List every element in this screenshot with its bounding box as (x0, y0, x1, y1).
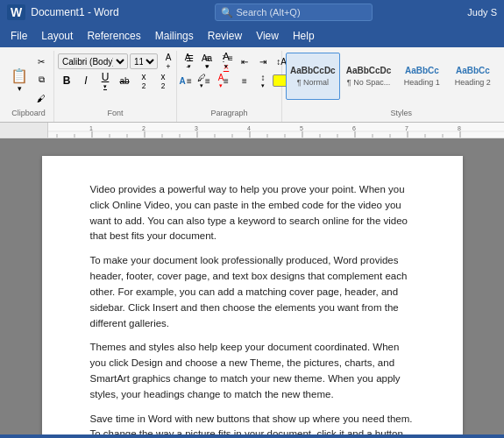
font-grow-button[interactable]: A+ (160, 53, 177, 70)
paragraph-1[interactable]: Video provides a powerful way to help yo… (90, 182, 415, 244)
search-icon: 🔍 (221, 7, 233, 18)
ruler-main[interactable]: 1 2 3 4 5 6 7 (48, 123, 504, 138)
format-painter-button[interactable]: 🖌 (32, 89, 50, 107)
justify-button[interactable]: ≡ (236, 72, 253, 89)
align-right-button[interactable]: ≡ (217, 72, 235, 89)
menu-review[interactable]: Review (201, 27, 249, 45)
ribbon: 📋 ▾ ✂ ⧉ 🖌 Clipboard Calibri (Body) (0, 47, 504, 123)
bullets-button[interactable]: ☰▾ (181, 53, 198, 70)
menu-mailings[interactable]: Mailings (148, 27, 201, 45)
paste-button[interactable]: 📋 ▾ (7, 63, 32, 96)
menu-layout[interactable]: Layout (34, 27, 80, 45)
svg-text:7: 7 (405, 125, 408, 131)
style-heading1[interactable]: AaBbCc Heading 1 (397, 53, 446, 100)
title-bar-title: Document1 - Word (31, 6, 118, 18)
strikethrough-button[interactable]: ab (116, 72, 133, 89)
subscript-button[interactable]: x2 (135, 72, 153, 89)
line-spacing-button[interactable]: ↕▾ (254, 72, 272, 89)
font-label: Font (107, 107, 123, 120)
italic-button[interactable]: I (77, 72, 95, 89)
search-placeholder: Search (Alt+Q) (237, 7, 301, 18)
font-group: Calibri (Body) 11 A+ A- Aa▾ A× B I U▾ ab… (54, 51, 177, 122)
clipboard-btns: 📋 ▾ ✂ ⧉ 🖌 (7, 53, 50, 107)
cut-button[interactable]: ✂ (32, 53, 50, 70)
user-label: Judy S (467, 7, 497, 18)
align-center-button[interactable]: ≡ (199, 72, 217, 89)
bold-button[interactable]: B (58, 72, 75, 89)
clipboard-group: 📋 ▾ ✂ ⧉ 🖌 Clipboard (4, 51, 54, 122)
menu-file[interactable]: File (4, 27, 34, 45)
increase-indent-button[interactable]: ⇥ (254, 53, 272, 70)
numbering-button[interactable]: ≡▾ (199, 53, 217, 70)
style-normal[interactable]: AaBbCcDc ¶ Normal (286, 53, 340, 100)
svg-text:4: 4 (247, 125, 251, 131)
styles-more-button[interactable]: ▾ (499, 53, 504, 100)
paragraph-group: ☰▾ ≡▾ ⋮≡▾ ⇤ ⇥ ↕A ¶ ≡ ≡ ≡ ≡ ↕▾ ⊞▾ (177, 51, 282, 122)
clipboard-col: ✂ ⧉ 🖌 (32, 53, 50, 107)
word-app-icon: W (7, 4, 25, 20)
style-normal-label: ¶ Normal (297, 78, 329, 87)
clipboard-label: Clipboard (11, 107, 46, 120)
menu-bar: File Layout References Mailings Review V… (0, 25, 504, 47)
ribbon-top: 📋 ▾ ✂ ⧉ 🖌 Clipboard Calibri (Body) (0, 47, 504, 122)
svg-text:5: 5 (300, 125, 303, 131)
document-page[interactable]: Video provides a powerful way to help yo… (42, 156, 463, 434)
svg-rect-0 (48, 123, 504, 138)
style-no-space[interactable]: AaBbCcDc ¶ No Spac... (342, 53, 396, 100)
paragraph-4[interactable]: Save time in Word with new buttons that … (90, 412, 415, 434)
document-area[interactable]: Video provides a powerful way to help yo… (0, 138, 504, 434)
styles-label: Styles (390, 107, 412, 120)
svg-text:2: 2 (142, 125, 146, 131)
style-heading2[interactable]: AaBbCc Heading 2 (448, 53, 497, 100)
svg-text:3: 3 (195, 125, 198, 131)
ruler: 1 2 3 4 5 6 7 (0, 123, 504, 138)
svg-text:8: 8 (458, 125, 461, 131)
style-h1-label: Heading 1 (404, 78, 440, 87)
paragraph-3[interactable]: Themes and styles also help keep your do… (90, 340, 415, 402)
svg-text:1: 1 (89, 125, 93, 131)
menu-help[interactable]: Help (286, 27, 322, 45)
style-nospace-label: ¶ No Spac... (347, 78, 390, 87)
copy-button[interactable]: ⧉ (32, 71, 50, 88)
svg-text:6: 6 (352, 125, 356, 131)
ruler-margin-left (0, 123, 48, 138)
style-h2-label: Heading 2 (455, 78, 491, 87)
align-left-button[interactable]: ≡ (181, 72, 198, 89)
multilevel-button[interactable]: ⋮≡▾ (217, 53, 235, 70)
underline-button[interactable]: U▾ (96, 72, 114, 89)
font-size-select[interactable]: 11 (130, 53, 158, 69)
menu-references[interactable]: References (80, 27, 147, 45)
search-box[interactable]: 🔍 Search (Alt+Q) (215, 4, 373, 21)
title-bar: W Document1 - Word 🔍 Search (Alt+Q) Judy… (0, 0, 504, 25)
status-bar: Page 1 of 1 279 words English (United St… (0, 434, 504, 438)
font-family-select[interactable]: Calibri (Body) (58, 53, 128, 69)
title-bar-left: W Document1 - Word (7, 4, 119, 20)
style-normal-preview: AaBbCcDc (290, 66, 336, 76)
paragraph-2[interactable]: To make your document look professionall… (90, 253, 415, 331)
style-h1-preview: AaBbCc (405, 66, 439, 76)
menu-view[interactable]: View (249, 27, 286, 45)
styles-group: AaBbCcDc ¶ Normal AaBbCcDc ¶ No Spac... … (282, 51, 504, 122)
superscript-button[interactable]: x2 (154, 72, 172, 89)
decrease-indent-button[interactable]: ⇤ (236, 53, 253, 70)
style-nospace-preview: AaBbCcDc (346, 66, 392, 76)
style-h2-preview: AaBbCc (456, 66, 490, 76)
paragraph-label: Paragraph (210, 107, 247, 120)
